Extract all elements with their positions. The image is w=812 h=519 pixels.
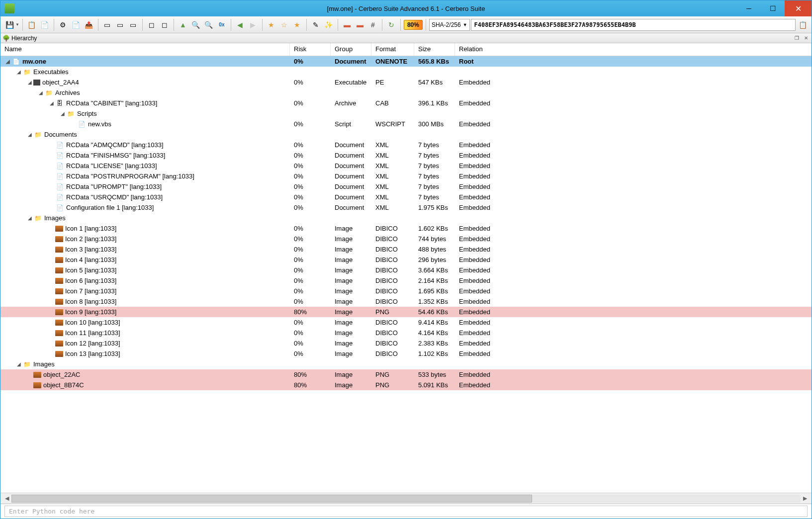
- tree-row[interactable]: ◢RCData "CABINET" [lang:1033]0%ArchiveCA…: [0, 98, 812, 108]
- find-button[interactable]: 🔍: [190, 19, 202, 31]
- tree-row[interactable]: Icon 4 [lang:1033]0%ImageDIBICO296 bytes…: [0, 255, 812, 265]
- tree-row[interactable]: ◢Archives: [0, 87, 812, 98]
- back-button[interactable]: ◀: [234, 19, 246, 31]
- tree-row[interactable]: new.vbs0%ScriptWSCRIPT300 MBsEmbedded: [0, 119, 812, 129]
- expand-toggle[interactable]: ◢: [15, 69, 22, 75]
- undock-button[interactable]: ❐: [793, 35, 801, 41]
- tree-row[interactable]: object_22AC80%ImagePNG533 bytesEmbedded: [0, 369, 812, 380]
- expand-toggle[interactable]: ◢: [48, 100, 55, 106]
- tree-row[interactable]: Icon 7 [lang:1033]0%ImageDIBICO1.695 KBs…: [0, 286, 812, 296]
- scroll-left-button[interactable]: ◀: [2, 495, 11, 502]
- column-size[interactable]: Size: [414, 43, 455, 56]
- paste-button[interactable]: 📄: [39, 19, 51, 31]
- cell-relation: Embedded: [455, 340, 812, 347]
- tree-row[interactable]: ◢object_2AA40%ExecutablePE547 KBsEmbedde…: [0, 77, 812, 87]
- column-group[interactable]: Group: [331, 43, 371, 56]
- tree-row[interactable]: ◢Documents: [0, 129, 812, 140]
- cell-size: 3.664 KBs: [414, 266, 455, 274]
- expand-toggle[interactable]: ◢: [26, 80, 33, 85]
- wand-button[interactable]: ✨: [323, 19, 335, 31]
- column-relation[interactable]: Relation: [455, 43, 812, 56]
- flag2-button[interactable]: ▬: [354, 19, 366, 31]
- tree-row[interactable]: Icon 13 [lang:1033]0%ImageDIBICO1.102 KB…: [0, 348, 812, 359]
- find-next-button[interactable]: 🔍: [203, 19, 215, 31]
- scroll-right-button[interactable]: ▶: [801, 495, 810, 502]
- forward-button[interactable]: ▶: [247, 19, 259, 31]
- bookmark-button[interactable]: ☆: [278, 19, 290, 31]
- panel2-button[interactable]: ◻: [159, 19, 171, 31]
- gear-button[interactable]: ⚙: [57, 19, 69, 31]
- tree-row[interactable]: RCData "FINISHMSG" [lang:1033]0%Document…: [0, 150, 812, 161]
- tree-row[interactable]: Icon 3 [lang:1033]0%ImageDIBICO488 bytes…: [0, 244, 812, 255]
- expand-toggle[interactable]: ◢: [37, 90, 44, 95]
- tree-row[interactable]: Configuration file 1 [lang:1033]0%Docume…: [0, 202, 812, 213]
- tree-row[interactable]: ◢mw.one0%DocumentONENOTE565.8 KBsRoot: [0, 56, 812, 67]
- column-risk[interactable]: Risk: [290, 43, 331, 56]
- panel1-button[interactable]: ◻: [146, 19, 158, 31]
- pencil-button[interactable]: ✎: [310, 19, 322, 31]
- tree-row[interactable]: RCData "UPROMPT" [lang:1033]0%DocumentXM…: [0, 181, 812, 192]
- separator: [306, 19, 307, 31]
- up-button[interactable]: ▲: [177, 19, 189, 31]
- titlebar[interactable]: [mw.one] - Cerbero Suite Advanced 6.1 - …: [0, 0, 812, 16]
- tree-row[interactable]: Icon 10 [lang:1033]0%ImageDIBICO9.414 KB…: [0, 317, 812, 328]
- horizontal-scrollbar[interactable]: ◀ ▶: [0, 493, 812, 504]
- tree-row[interactable]: Icon 9 [lang:1033]80%ImagePNG54.46 KBsEm…: [0, 307, 812, 317]
- cell-format: DIBICO: [371, 340, 414, 347]
- tree-row[interactable]: Icon 2 [lang:1033]0%ImageDIBICO744 bytes…: [0, 234, 812, 244]
- doc-icon: [55, 152, 64, 160]
- column-name[interactable]: Name: [0, 43, 290, 56]
- add-file-button[interactable]: 📄: [70, 19, 82, 31]
- hash-value-field[interactable]: F408EF3FA89546483BA63F58BE3F27A98795655E…: [471, 19, 796, 31]
- bookmark-add-button[interactable]: ★: [266, 19, 277, 31]
- scroll-thumb[interactable]: [11, 495, 532, 503]
- flag1-button[interactable]: ▬: [341, 19, 353, 31]
- save-button[interactable]: 💾: [3, 19, 15, 31]
- refresh-button[interactable]: ↻: [385, 19, 397, 31]
- tree-row[interactable]: ◢Executables: [0, 67, 812, 77]
- minimize-button[interactable]: ─: [737, 0, 761, 16]
- tree-row[interactable]: Icon 11 [lang:1033]0%ImageDIBICO4.164 KB…: [0, 328, 812, 338]
- expand-toggle[interactable]: ◢: [4, 59, 11, 64]
- tree-row[interactable]: RCData "LICENSE" [lang:1033]0%DocumentXM…: [0, 161, 812, 171]
- tree-row[interactable]: RCData "POSTRUNPROGRAM" [lang:1033]0%Doc…: [0, 171, 812, 181]
- tree-row[interactable]: RCData "ADMQCMD" [lang:1033]0%DocumentXM…: [0, 140, 812, 150]
- close-button[interactable]: ✕: [785, 0, 812, 16]
- tree-row[interactable]: Icon 1 [lang:1033]0%ImageDIBICO1.602 KBs…: [0, 223, 812, 234]
- expand-toggle[interactable]: ◢: [26, 132, 33, 137]
- tree-row[interactable]: ◢Scripts: [0, 108, 812, 119]
- risk-badge[interactable]: 80%: [404, 20, 423, 30]
- cell-group: Document: [331, 162, 371, 170]
- hash-algo-combo[interactable]: SHA-2/256 ▼: [429, 19, 470, 31]
- export-button[interactable]: 📤: [83, 19, 95, 31]
- hash-button[interactable]: #: [367, 19, 379, 31]
- bookmark-list-button[interactable]: ★: [291, 19, 303, 31]
- expand-toggle[interactable]: ◢: [15, 361, 22, 367]
- dropdown-arrow-icon[interactable]: ▼: [15, 22, 19, 27]
- img-icon: [55, 278, 63, 284]
- delete-window-button[interactable]: ▭: [127, 19, 139, 31]
- tree-row[interactable]: Icon 12 [lang:1033]0%ImageDIBICO2.383 KB…: [0, 338, 812, 348]
- node-label: Icon 10 [lang:1033]: [65, 319, 120, 326]
- tree-row[interactable]: Icon 8 [lang:1033]0%ImageDIBICO1.352 KBs…: [0, 296, 812, 307]
- tree-row[interactable]: RCData "USRQCMD" [lang:1033]0%DocumentXM…: [0, 192, 812, 202]
- tree-row[interactable]: ◢Images: [0, 359, 812, 369]
- save-window-button[interactable]: ▭: [114, 19, 126, 31]
- expand-toggle[interactable]: ◢: [26, 215, 33, 221]
- tree-row[interactable]: Icon 5 [lang:1033]0%ImageDIBICO3.664 KBs…: [0, 265, 812, 275]
- hex-button[interactable]: 0x: [216, 19, 228, 31]
- python-input[interactable]: [4, 506, 808, 517]
- maximize-button[interactable]: ☐: [761, 0, 785, 16]
- expand-toggle[interactable]: ◢: [59, 111, 66, 116]
- column-format[interactable]: Format: [371, 43, 414, 56]
- close-panel-button[interactable]: ✕: [803, 35, 810, 41]
- tree-row[interactable]: object_8B74C80%ImagePNG5.091 KBsEmbedded: [0, 380, 812, 390]
- copy-hash-button[interactable]: 📋: [797, 19, 809, 31]
- tree-row[interactable]: ◢Images: [0, 213, 812, 223]
- copy-button[interactable]: 📋: [26, 19, 38, 31]
- window-button[interactable]: ▭: [101, 19, 113, 31]
- scroll-track[interactable]: [11, 495, 801, 503]
- folder-icon: [44, 89, 53, 97]
- cell-size: 9.414 KBs: [414, 319, 455, 326]
- tree-row[interactable]: Icon 6 [lang:1033]0%ImageDIBICO2.164 KBs…: [0, 275, 812, 286]
